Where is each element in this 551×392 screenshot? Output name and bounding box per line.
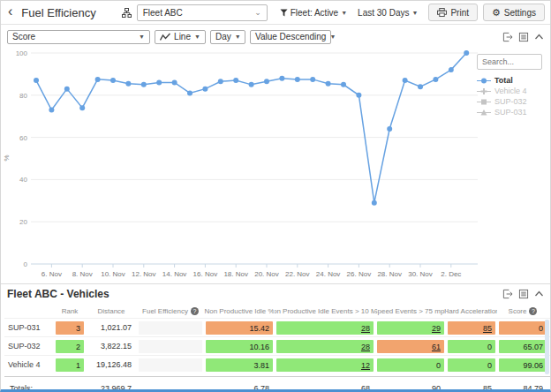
data-point[interactable] [110, 78, 116, 83]
speed-events-cell[interactable]: 29 [377, 321, 444, 335]
cell-value-link[interactable]: 61 [432, 343, 441, 351]
table-row-vehicle-4[interactable]: Vehicle 4119,126.483.81120099.06 [4, 355, 550, 373]
data-point[interactable] [326, 81, 331, 87]
idle-pct-cell: 10.16 [206, 340, 273, 353]
data-point[interactable] [341, 82, 346, 87]
column-header-score[interactable]: Score? [497, 307, 548, 315]
table-scrollbar[interactable] [545, 320, 549, 374]
x-tick-label: 8. Nov [72, 270, 93, 278]
column-header-speed-events-75-mph[interactable]: Speed Events > 75 mph [375, 307, 446, 315]
data-point[interactable] [233, 78, 238, 83]
x-tick-label: 10. Nov [101, 270, 125, 278]
legend-search-input[interactable] [477, 54, 542, 70]
hard-acceleration-cell: 0 [448, 340, 495, 353]
data-point[interactable] [187, 90, 192, 95]
total-series-line [36, 53, 466, 203]
table-row-sup-032[interactable]: SUP-03223,822.1510.162861065.07 [4, 336, 550, 355]
data-point[interactable] [449, 67, 454, 72]
distance-cell: 3,822.15 [86, 342, 137, 351]
column-header-rank[interactable]: Rank [54, 307, 86, 315]
line-chart: 020406080100%6. Nov8. Nov10. Nov12. Nov1… [1, 45, 551, 282]
data-point[interactable] [310, 77, 315, 82]
grid-view-icon[interactable] [518, 289, 529, 299]
speed-events-cell[interactable]: 61 [377, 340, 444, 353]
cell-value-link[interactable]: 85 [483, 324, 492, 333]
period-dropdown[interactable]: Last 30 Days ▼ [358, 8, 418, 18]
cell-value-link[interactable]: 29 [432, 324, 441, 333]
help-icon[interactable]: ? [191, 307, 199, 315]
data-point[interactable] [418, 84, 423, 89]
data-point[interactable] [295, 77, 300, 82]
fleet-filter-dropdown[interactable]: Fleet: Active ▼ [280, 8, 347, 18]
fuel-efficiency-cell [139, 340, 202, 353]
column-header-distance[interactable]: Distance [86, 307, 137, 315]
legend-item-vehicle-4[interactable]: Vehicle 4 [477, 86, 544, 96]
chevron-down-icon: ▼ [194, 34, 200, 40]
cell-value-link[interactable]: 28 [361, 343, 370, 351]
table-row-sup-031[interactable]: SUP-03131,021.0715.422829850 [4, 318, 550, 336]
print-button[interactable]: Print [428, 4, 478, 21]
column-header-non-productive-idle-events-10-min[interactable]: Non Productive Idle Events > 10 Min [275, 307, 375, 315]
data-point[interactable] [125, 81, 131, 87]
legend-item-sup-031[interactable]: SUP-031 [477, 107, 544, 117]
data-point[interactable] [141, 82, 147, 87]
data-point[interactable] [34, 78, 39, 83]
data-point[interactable] [49, 108, 54, 113]
collapse-chevron-icon[interactable] [534, 290, 544, 298]
hard-acceleration-cell[interactable]: 85 [448, 321, 495, 335]
data-point[interactable] [156, 79, 162, 85]
chevron-down-icon: ⌄ [254, 8, 261, 17]
chevron-down-icon: ▼ [329, 34, 336, 40]
data-point[interactable] [403, 78, 408, 83]
data-point[interactable] [356, 93, 361, 98]
column-header-label: Distance [97, 307, 125, 315]
idle-events-cell[interactable]: 12 [276, 358, 374, 372]
interval-select[interactable]: Day ▼ [210, 30, 245, 44]
data-point[interactable] [218, 79, 223, 84]
column-header-label: Score [509, 307, 527, 315]
vehicles-panel: Fleet ABC - Vehicles RankDistanceFuel Ef… [1, 283, 550, 392]
circle-marker-icon [477, 77, 491, 85]
data-point[interactable] [79, 105, 85, 110]
export-icon[interactable] [502, 32, 513, 42]
back-button[interactable]: ‹ [6, 4, 16, 21]
column-header-non-productive-idle-[interactable]: Non Productive Idle % [204, 307, 275, 315]
rank-cell: 2 [56, 340, 84, 353]
collapse-chevron-icon[interactable] [534, 34, 544, 41]
idle-events-cell[interactable]: 28 [276, 321, 374, 335]
legend-item-total[interactable]: Total [477, 75, 544, 86]
data-point[interactable] [264, 79, 269, 84]
help-icon[interactable]: ? [529, 307, 537, 315]
export-icon[interactable] [502, 289, 513, 299]
sort-select[interactable]: Value Descending ▼ [250, 30, 331, 44]
x-tick-label: 12. Nov [132, 270, 156, 278]
grid-view-icon[interactable] [518, 32, 529, 42]
data-point[interactable] [249, 82, 254, 87]
column-header-hard-acceleration[interactable]: Hard Acceleration [446, 307, 497, 315]
data-point[interactable] [464, 50, 469, 56]
data-point[interactable] [433, 77, 438, 82]
speed-events-cell: 0 [377, 358, 444, 372]
settings-button[interactable]: ⚙ Settings [483, 4, 545, 21]
data-point[interactable] [172, 79, 177, 85]
idle-events-cell[interactable]: 28 [276, 340, 374, 353]
distance-cell: 1,021.07 [86, 323, 137, 332]
x-tick-label: 16. Nov [193, 270, 218, 278]
data-point[interactable] [64, 87, 70, 92]
chart-type-select[interactable]: Line ▼ [155, 30, 206, 44]
data-point[interactable] [95, 77, 101, 82]
cell-value-link[interactable]: 28 [361, 324, 370, 333]
x-tick-label: 6. Nov [42, 270, 62, 278]
data-point[interactable] [387, 126, 392, 132]
data-point[interactable] [202, 87, 208, 92]
data-point[interactable] [279, 76, 284, 81]
metric-select[interactable]: Score ▼ [7, 30, 150, 44]
cell-value-link[interactable]: 12 [361, 361, 370, 370]
legend-item-sup-032[interactable]: SUP-032 [477, 96, 544, 107]
printer-icon [437, 8, 447, 17]
fleet-select[interactable]: Fleet ABC ⌄ [137, 4, 268, 21]
x-tick-label: 2. Dec [441, 270, 461, 278]
data-point[interactable] [372, 200, 377, 206]
period-label: Last 30 Days [358, 8, 409, 18]
column-header-fuel-efficiency[interactable]: Fuel Efficiency? [137, 307, 204, 315]
